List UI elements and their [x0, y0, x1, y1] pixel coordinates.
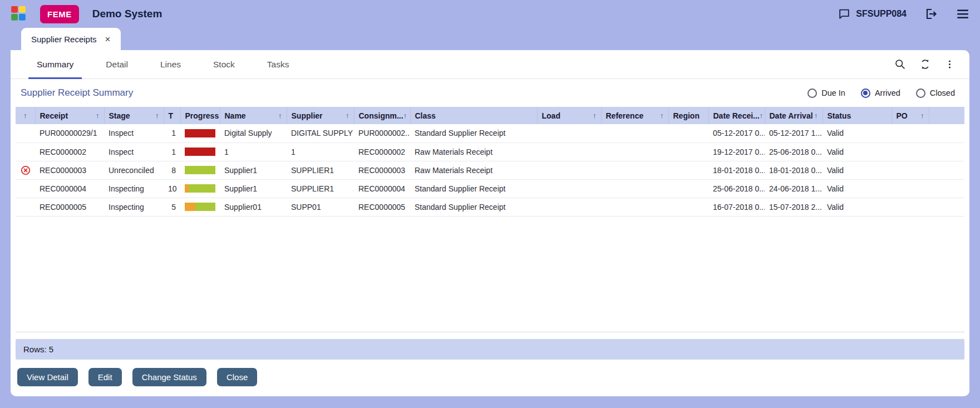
- search-icon[interactable]: [894, 58, 906, 70]
- column-header-reference[interactable]: Reference↑: [601, 107, 668, 124]
- column-header-consignment[interactable]: Consignm...↑: [354, 107, 410, 124]
- column-header-flag[interactable]: ↑: [16, 107, 35, 124]
- sort-arrow-icon: ↑: [593, 111, 597, 120]
- cell-name: Digital Supply: [220, 124, 287, 142]
- cell-load: [537, 161, 601, 179]
- cell-name: Supplier1: [220, 179, 287, 198]
- cell-consignment: REC0000002: [354, 142, 410, 161]
- filter-label: Closed: [930, 89, 955, 97]
- filter-due-in[interactable]: Due In: [807, 89, 845, 98]
- cell-load: [537, 198, 601, 216]
- cell-progress: [180, 179, 220, 198]
- sort-arrow-icon: ↑: [760, 111, 764, 120]
- column-header-spacer: [929, 107, 964, 124]
- sort-arrow-icon: ↑: [278, 111, 282, 120]
- cell-t: 1: [164, 142, 180, 161]
- filter-closed[interactable]: Closed: [916, 89, 955, 98]
- table-row[interactable]: REC0000004Inspecting10Supplier1SUPPLIER1…: [16, 179, 964, 198]
- window-tabstrip: Supplier Receipts ×: [0, 28, 980, 50]
- app-logo-icon: [10, 6, 27, 22]
- cell-po: [892, 124, 929, 142]
- cell-name: Supplier01: [220, 198, 287, 216]
- table-row[interactable]: REC0000002Inspect111REC0000002Raw Materi…: [16, 142, 964, 161]
- cell-date_arrival: 15-07-2018 2...: [765, 198, 823, 216]
- column-label: Progress: [185, 111, 219, 120]
- column-header-po[interactable]: PO↑: [892, 107, 929, 124]
- table-row[interactable]: REC0000005Inspecting5Supplier01SUPP01REC…: [16, 198, 964, 216]
- column-label: Consignm...: [359, 111, 403, 120]
- cell-spacer: [929, 161, 964, 179]
- cell-spacer: [929, 142, 964, 161]
- button-edit[interactable]: Edit: [88, 368, 122, 386]
- cell-progress: [180, 124, 220, 142]
- sort-arrow-icon: ↑: [660, 111, 664, 120]
- cell-class: Raw Materials Receipt: [410, 142, 537, 161]
- cell-status: Valid: [823, 124, 892, 142]
- column-header-date_received[interactable]: Date Recei...↑: [708, 107, 765, 124]
- cell-region: [668, 124, 708, 142]
- column-header-stage[interactable]: Stage↑: [104, 107, 164, 124]
- cell-po: [892, 198, 929, 216]
- receipts-grid: ↑Receipt↑Stage↑TProgressName↑Supplier↑Co…: [16, 107, 964, 217]
- cell-region: [668, 161, 708, 179]
- cell-stage: Inspecting: [104, 179, 164, 198]
- hamburger-menu-icon[interactable]: [956, 7, 970, 21]
- progress-bar: [185, 148, 215, 156]
- cell-date_arrival: 25-06-2018 0...: [765, 142, 823, 161]
- cell-region: [668, 198, 708, 216]
- column-header-load[interactable]: Load↑: [537, 107, 601, 124]
- cell-consignment: REC0000003: [354, 161, 410, 179]
- column-header-receipt[interactable]: Receipt↑: [35, 107, 104, 124]
- filter-arrived[interactable]: Arrived: [861, 89, 900, 98]
- window-tab-supplier-receipts[interactable]: Supplier Receipts ×: [21, 28, 121, 50]
- button-view-detail[interactable]: View Detail: [17, 368, 78, 386]
- button-close[interactable]: Close: [217, 368, 257, 386]
- cell-supplier: SUPPLIER1: [287, 179, 354, 198]
- cell-flag: [16, 124, 35, 142]
- tab-tasks[interactable]: Tasks: [251, 50, 306, 79]
- sort-arrow-icon: ↑: [96, 111, 100, 120]
- table-row[interactable]: PUR00000029/1Inspect1Digital SupplyDIGIT…: [16, 124, 964, 142]
- progress-bar: [185, 129, 215, 137]
- tab-lines[interactable]: Lines: [144, 50, 197, 79]
- sort-arrow-icon: ↑: [403, 111, 407, 120]
- button-change-status[interactable]: Change Status: [132, 368, 206, 386]
- error-icon[interactable]: [21, 165, 31, 175]
- cell-receipt: REC0000004: [35, 179, 104, 198]
- user-chip[interactable]: SFSUPP084: [838, 8, 907, 20]
- cell-status: Valid: [823, 198, 892, 216]
- table-row[interactable]: REC0000003Unreconciled8Supplier1SUPPLIER…: [16, 161, 964, 179]
- cell-consignment: REC0000005: [354, 198, 410, 216]
- cell-region: [668, 179, 708, 198]
- cell-date_received: 19-12-2017 0...: [708, 142, 765, 161]
- tab-summary[interactable]: Summary: [21, 50, 90, 79]
- cell-status: Valid: [823, 179, 892, 198]
- tab-close-icon[interactable]: ×: [105, 35, 111, 44]
- kebab-menu-icon[interactable]: [944, 59, 955, 70]
- cell-t: 1: [164, 124, 180, 142]
- cell-stage: Unreconciled: [104, 161, 164, 179]
- tab-detail[interactable]: Detail: [90, 50, 144, 79]
- sort-arrow-icon: ↑: [814, 111, 818, 120]
- cell-flag: [16, 142, 35, 161]
- column-label: Reference: [606, 111, 644, 120]
- column-label: Status: [828, 111, 851, 120]
- cell-date_arrival: 05-12-2017 1...: [765, 124, 823, 142]
- column-header-name[interactable]: Name↑: [220, 107, 287, 124]
- cell-supplier: 1: [287, 142, 354, 161]
- cell-reference: [601, 179, 668, 198]
- refresh-icon[interactable]: [919, 58, 931, 70]
- cell-class: Standard Supplier Receipt: [410, 179, 537, 198]
- toolbar-icons: [894, 58, 955, 70]
- cell-progress: [180, 142, 220, 161]
- sort-arrow-icon: ↑: [155, 111, 159, 120]
- cell-reference: [601, 124, 668, 142]
- cell-class: Standard Supplier Receipt: [410, 124, 537, 142]
- column-header-supplier[interactable]: Supplier↑: [287, 107, 354, 124]
- topbar: FEME Demo System SFSUPP084: [0, 0, 980, 28]
- tab-stock[interactable]: Stock: [197, 50, 251, 79]
- cell-supplier: DIGITAL SUPPLY: [287, 124, 354, 142]
- column-header-date_arrival[interactable]: Date Arrival↑: [765, 107, 823, 124]
- logout-icon[interactable]: [924, 7, 938, 21]
- cell-spacer: [929, 179, 964, 198]
